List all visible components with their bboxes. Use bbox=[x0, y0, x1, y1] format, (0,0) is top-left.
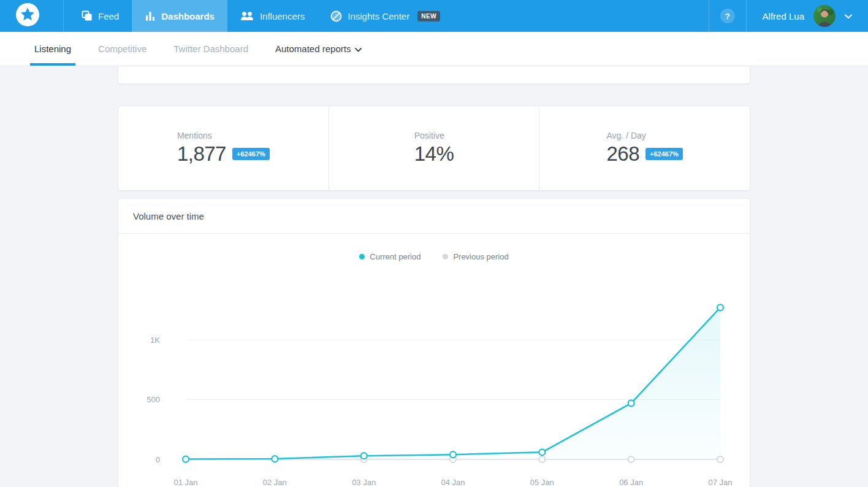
subnav-label: Competitive bbox=[98, 44, 147, 54]
nav-tab-label: Insights Center bbox=[348, 11, 409, 21]
subnav-dropdown-automated-reports[interactable]: Automated reports bbox=[275, 32, 362, 66]
insights-icon bbox=[330, 10, 342, 22]
nav-tab-influencers[interactable]: Influencers bbox=[227, 0, 318, 32]
legend-label: Previous period bbox=[453, 252, 508, 261]
stat-change-badge: +62467% bbox=[645, 148, 683, 160]
volume-line-chart: 1K500001 Jan02 Jan03 Jan04 Jan05 Jan06 J… bbox=[118, 234, 751, 487]
nav-tab-label: Feed bbox=[98, 11, 119, 21]
nav-divider bbox=[63, 0, 64, 32]
chevron-down-icon bbox=[355, 44, 362, 54]
stat-card-avg-day: Avg. / Day 268 +62467% bbox=[539, 106, 750, 190]
subnav-label: Listening bbox=[34, 44, 71, 54]
stat-card-positive: Positive 14% bbox=[329, 106, 539, 190]
nav-tab-insights-center[interactable]: Insights Center NEW bbox=[318, 0, 453, 32]
svg-text:07 Jan: 07 Jan bbox=[708, 478, 732, 487]
help-button[interactable]: ? bbox=[720, 9, 735, 23]
help-wrap: ? bbox=[709, 0, 746, 32]
stat-value: 268 bbox=[607, 142, 640, 166]
user-name: Alfred Lua bbox=[763, 11, 804, 21]
chevron-down-icon bbox=[845, 10, 852, 21]
user-menu[interactable]: Alfred Lua bbox=[747, 0, 868, 32]
stat-change-badge: +62467% bbox=[232, 148, 270, 160]
svg-text:03 Jan: 03 Jan bbox=[352, 478, 376, 487]
stat-label: Avg. / Day bbox=[607, 131, 683, 140]
stat-label: Mentions bbox=[177, 131, 270, 140]
subnav-tab-competitive[interactable]: Competitive bbox=[98, 32, 147, 66]
question-mark-icon: ? bbox=[725, 12, 730, 21]
stats-row: Mentions 1,877 +62467% Positive 14% bbox=[118, 105, 750, 191]
primary-nav-tabs: Feed Dashboards bbox=[69, 0, 453, 32]
top-navbar: Feed Dashboards bbox=[0, 0, 868, 32]
nav-tab-feed[interactable]: Feed bbox=[69, 0, 132, 32]
secondary-navbar: Listening Competitive Twitter Dashboard … bbox=[0, 32, 868, 66]
nav-tab-label: Dashboards bbox=[161, 11, 215, 21]
svg-text:06 Jan: 06 Jan bbox=[619, 478, 643, 487]
svg-text:0: 0 bbox=[156, 455, 160, 464]
legend-item-current[interactable]: Current period bbox=[359, 252, 421, 261]
svg-text:01 Jan: 01 Jan bbox=[173, 478, 197, 487]
chart-area: Current period Previous period 1K500001 … bbox=[118, 234, 750, 487]
brand-logo[interactable] bbox=[16, 0, 39, 32]
feed-icon bbox=[82, 10, 93, 21]
nav-tab-label: Influencers bbox=[260, 11, 305, 21]
card-header: Volume over time bbox=[118, 199, 750, 234]
people-icon bbox=[240, 11, 254, 21]
clipped-card bbox=[118, 66, 750, 84]
card-title: Volume over time bbox=[133, 211, 204, 221]
topnav-spacer bbox=[453, 0, 708, 32]
stat-value: 14% bbox=[414, 142, 454, 166]
app-root: Feed Dashboards bbox=[0, 0, 868, 487]
bar-chart-icon bbox=[145, 11, 156, 21]
page-content: Mentions 1,877 +62467% Positive 14% bbox=[118, 66, 750, 487]
star-logo-icon bbox=[16, 3, 39, 29]
subnav-label: Twitter Dashboard bbox=[173, 44, 248, 54]
subnav-label: Automated reports bbox=[275, 44, 351, 54]
legend-item-previous[interactable]: Previous period bbox=[443, 252, 508, 261]
volume-over-time-card: Volume over time Current period Previous… bbox=[118, 198, 750, 487]
new-badge: NEW bbox=[417, 11, 440, 21]
nav-tab-dashboards[interactable]: Dashboards bbox=[132, 0, 227, 32]
svg-text:05 Jan: 05 Jan bbox=[530, 478, 554, 487]
stat-card-mentions: Mentions 1,877 +62467% bbox=[118, 106, 329, 190]
subnav-tab-twitter-dashboard[interactable]: Twitter Dashboard bbox=[173, 32, 248, 66]
svg-text:1K: 1K bbox=[150, 336, 160, 345]
stat-value: 1,877 bbox=[177, 142, 226, 166]
legend-label: Current period bbox=[370, 252, 421, 261]
stat-label: Positive bbox=[414, 131, 454, 140]
avatar bbox=[813, 5, 836, 27]
chart-legend: Current period Previous period bbox=[118, 252, 750, 261]
svg-text:500: 500 bbox=[147, 395, 160, 404]
svg-text:02 Jan: 02 Jan bbox=[263, 478, 287, 487]
subnav-tab-listening[interactable]: Listening bbox=[34, 32, 71, 66]
legend-dot-previous bbox=[443, 254, 448, 259]
legend-dot-current bbox=[359, 254, 365, 259]
svg-text:04 Jan: 04 Jan bbox=[441, 478, 465, 487]
